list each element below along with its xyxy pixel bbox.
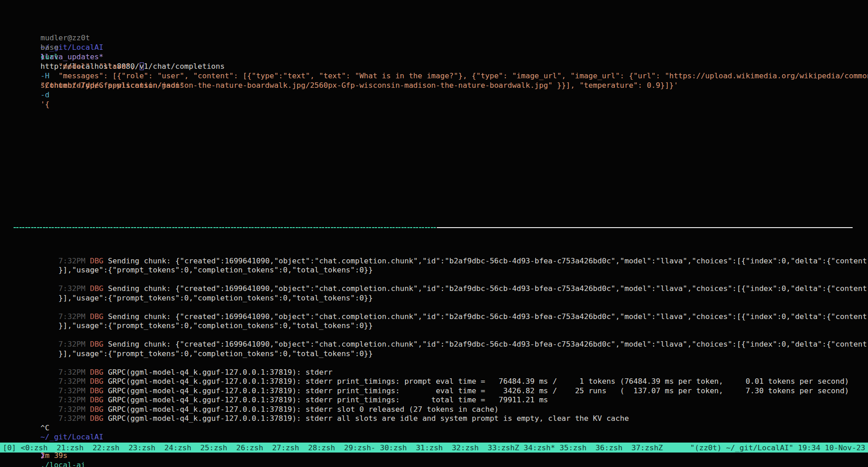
log-text: GRPC(ggml-model-q4_k.gguf-127.0.0.1:3781… <box>108 368 333 376</box>
log-timestamp: 7:32PM <box>58 284 90 293</box>
log-timestamp: 7:32PM <box>58 377 90 386</box>
log-timestamp: 7:32PM <box>58 368 90 376</box>
chunk-log-list: 7:32PMDBGSending chunk: {"created":16996… <box>14 247 868 358</box>
log-timestamp: 7:32PM <box>58 312 90 321</box>
tmux-session-info: "(zz0t) ~/_git/LocalAI" 19:34 10-Nov-23 <box>690 443 865 452</box>
curl-model-line: "model": "llava", <box>14 52 866 62</box>
log-line: 7:32PMDBGGRPC(ggml-model-q4_k.gguf-127.0… <box>14 358 868 368</box>
pane-divider <box>14 227 853 228</box>
log-line: 7:32PMDBGSending chunk: {"created":16996… <box>14 303 868 312</box>
log-text: GRPC(ggml-model-q4_k.gguf-127.0.0.1:3781… <box>108 396 548 404</box>
log-text: GRPC(ggml-model-q4_k.gguf-127.0.0.1:3781… <box>108 377 849 386</box>
curl-flag-d: -d <box>41 91 54 99</box>
divider-white-segment <box>437 227 853 228</box>
log-line: 7:32PMDBGSending chunk: {"created":16996… <box>14 247 868 257</box>
log-text: }],"usage":{"prompt_tokens":0,"completio… <box>58 266 373 274</box>
log-text: GRPC(ggml-model-q4_k.gguf-127.0.0.1:3781… <box>108 386 849 395</box>
log-level-badge: DBG <box>90 257 108 265</box>
log-text: GRPC(ggml-model-q4_k.gguf-127.0.0.1:3781… <box>108 414 629 423</box>
env-name: base <box>41 43 63 52</box>
curl-body-open: '{ <box>41 100 50 109</box>
curl-command-line: curl http://localhost:8080/v1/chat/compl… <box>14 43 866 52</box>
log-timestamp: 7:32PM <box>58 414 90 423</box>
log-level-badge: DBG <box>90 396 108 404</box>
curl-cmd: curl <box>41 52 63 61</box>
log-text: }],"usage":{"prompt_tokens":0,"completio… <box>58 349 373 358</box>
log-timestamp: 7:32PM <box>58 386 90 395</box>
tmux-window-list[interactable]: [0] <0:zsh 21:zsh 22:zsh 23:zsh 24:zsh 2… <box>3 443 663 452</box>
user-host: mudler@zz0t <box>41 33 94 42</box>
log-text: }],"usage":{"prompt_tokens":0,"completio… <box>58 294 373 302</box>
grpc-log-list: 7:32PMDBGGRPC(ggml-model-q4_k.gguf-127.0… <box>14 358 868 414</box>
log-timestamp: 7:32PM <box>58 396 90 404</box>
log-timestamp: 7:32PM <box>58 405 90 414</box>
log-text: }],"usage":{"prompt_tokens":0,"completio… <box>58 321 373 330</box>
log-level-badge: DBG <box>90 368 108 376</box>
log-level-badge: DBG <box>90 377 108 386</box>
log-level-badge: DBG <box>90 405 108 414</box>
tmux-status-bar[interactable]: [0] <0:zsh 21:zsh 22:zsh 23:zsh 24:zsh 2… <box>0 443 868 453</box>
log-line: 7:32PMDBGSending chunk: {"created":16996… <box>14 275 868 285</box>
log-level-badge: DBG <box>90 386 108 395</box>
prompt-path-line: ~/_git/LocalAI llava_updates* 2m 39s <box>14 424 868 433</box>
prompt-line-1: mudler@zz0t ~/_git/LocalAI llava_updates… <box>14 24 866 33</box>
terminal[interactable]: mudler@zz0t ~/_git/LocalAI llava_updates… <box>0 0 868 467</box>
cwd-path: ~/_git/LocalAI <box>41 433 108 441</box>
log-text: Sending chunk: {"created":1699641090,"ob… <box>108 284 868 293</box>
log-level-badge: DBG <box>90 284 108 293</box>
log-level-badge: DBG <box>90 414 108 423</box>
log-timestamp: 7:32PM <box>58 340 90 348</box>
terminal-cursor <box>140 62 144 70</box>
divider-teal-segment <box>14 227 437 228</box>
sigint-text: ^C <box>41 424 50 432</box>
log-level-badge: DBG <box>90 312 108 321</box>
top-command-block: mudler@zz0t ~/_git/LocalAI llava_updates… <box>14 24 866 81</box>
log-text: GRPC(ggml-model-q4_k.gguf-127.0.0.1:3781… <box>108 405 499 414</box>
log-text: Sending chunk: {"created":1699641090,"ob… <box>108 340 868 348</box>
local-ai-cmd: ./local-ai <box>41 461 90 467</box>
debug-log-block: 7:32PMDBGSending chunk: {"created":16996… <box>14 247 868 442</box>
log-text: Sending chunk: {"created":1699641090,"ob… <box>108 257 868 265</box>
prompt-line-2: base ❯ <box>14 33 866 43</box>
local-ai-command-line: base ❯ ./local-ai --debug --threads 14 -… <box>14 433 868 442</box>
log-text: Sending chunk: {"created":1699641090,"ob… <box>108 312 868 321</box>
log-line: 7:32PMDBGSending chunk: {"created":16996… <box>14 331 868 340</box>
log-timestamp: 7:32PM <box>58 257 90 265</box>
log-level-badge: DBG <box>90 340 108 348</box>
